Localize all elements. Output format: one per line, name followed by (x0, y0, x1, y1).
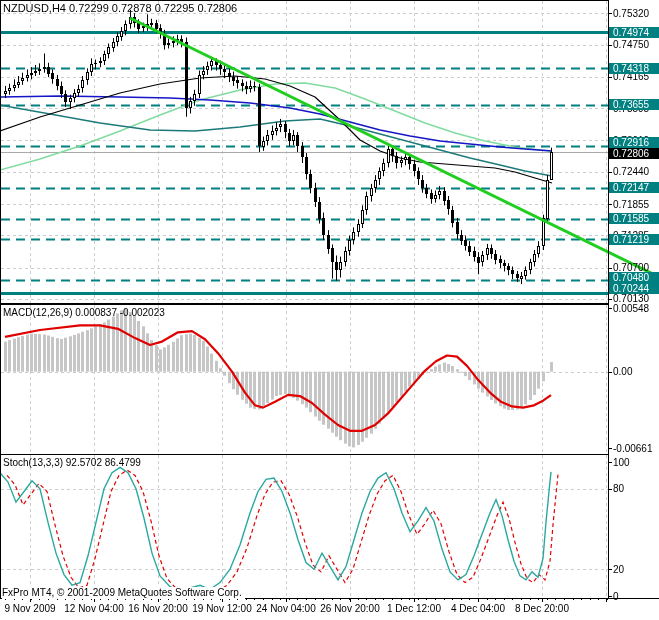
stoch-axis-label: 0 (613, 591, 619, 602)
price-axis-label: 0.72440 (613, 166, 649, 177)
time-axis-label: 8 Dec 20:00 (500, 603, 584, 614)
chart-title-ohlc: NZDUSD,H4 0.72299 0.72878 0.72295 0.7280… (3, 3, 237, 14)
stoch-axis-label: 100 (613, 457, 630, 468)
mt4-chart-window: NZDUSD,H4 0.72299 0.72878 0.72295 0.7280… (0, 0, 659, 620)
price-level-badge: 0.74318 (609, 63, 659, 74)
copyright-text: FxPro MT4, © 2001-2009 MetaQuotes Softwa… (2, 587, 245, 599)
price-level-badge: 0.70244 (609, 283, 659, 294)
price-axis-label: 0.75320 (613, 8, 649, 19)
current-price-badge: 0.72806 (609, 148, 659, 159)
macd-axis-label: -0.00661 (613, 443, 652, 454)
price-level-badge: 0.72147 (609, 182, 659, 193)
price-axis-label: 0.71855 (613, 199, 649, 210)
price-level-badge: 0.71585 (609, 213, 659, 224)
stoch-indicator-label: Stoch(13,3,3) 92.5702 86.4799 (3, 457, 141, 468)
price-level-badge: 0.73655 (609, 99, 659, 110)
stoch-axis-label: 20 (613, 564, 624, 575)
price-level-badge: 0.74974 (609, 27, 659, 38)
price-axis-label: 0.74750 (613, 39, 649, 50)
price-level-badge: 0.72916 (609, 137, 659, 148)
stoch-axis-label: 80 (613, 483, 624, 494)
macd-axis-label: 0.00548 (613, 303, 649, 314)
price-level-badge: 0.71219 (609, 234, 659, 245)
price-level-badge: 0.70480 (609, 272, 659, 283)
macd-axis-label: 0.00 (613, 366, 632, 377)
macd-indicator-label: MACD(12,26,9) 0.000837 -0.002023 (3, 307, 165, 318)
